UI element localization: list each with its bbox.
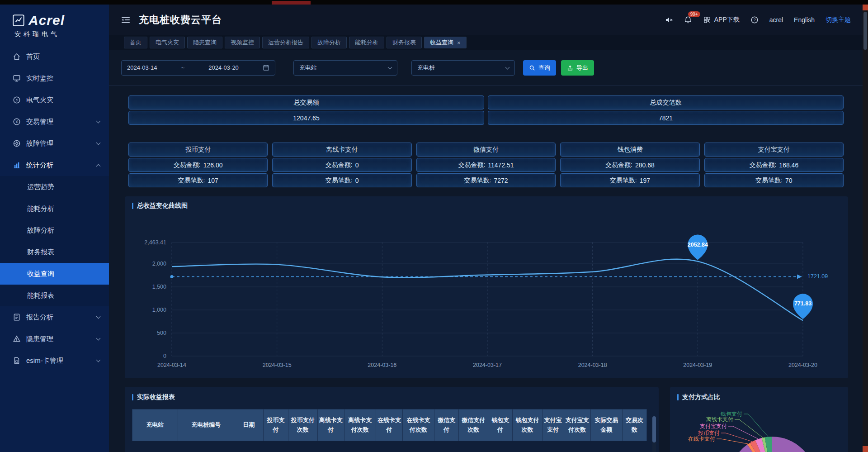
sidebar-subitem-故障分析[interactable]: 故障分析 bbox=[0, 219, 109, 241]
amount-value: 280.68 bbox=[635, 162, 655, 169]
menu-item-label: 财务报表 bbox=[27, 248, 100, 257]
tab-label: 隐患查询 bbox=[193, 38, 217, 47]
tab-隐患查询[interactable]: 隐患查询 bbox=[187, 37, 222, 48]
pie-leader-line bbox=[735, 419, 763, 438]
payment-amount: 交易金额:11472.51 bbox=[416, 158, 556, 172]
sidebar-item-电气火灾[interactable]: 电气火灾 bbox=[0, 89, 109, 111]
date-end[interactable]: 2024-03-20 bbox=[208, 64, 239, 71]
tab-运营分析报告[interactable]: 运营分析报告 bbox=[262, 37, 309, 48]
sim-card-icon bbox=[13, 357, 21, 365]
svg-text:2,463.41: 2,463.41 bbox=[144, 239, 166, 246]
sidebar-item-统计分析[interactable]: 统计分析 bbox=[0, 154, 109, 176]
export-icon bbox=[567, 65, 573, 71]
title-accent-bar bbox=[677, 394, 679, 400]
brand-subtitle: 安科瑞电气 bbox=[0, 28, 109, 46]
column-header-交易次数: 交易次数 bbox=[622, 409, 646, 441]
payment-card-离线卡支付: 离线卡支付交易金额:0交易笔数:0 bbox=[272, 143, 411, 187]
column-header-支付宝支付: 支付宝支付 bbox=[542, 409, 564, 441]
payment-amount: 交易金额:280.68 bbox=[560, 158, 699, 172]
tab-label: 财务报表 bbox=[392, 38, 416, 47]
date-range-picker[interactable]: 2024-03-14 ~ 2024-03-20 bbox=[121, 60, 275, 76]
menu-item-label: 故障分析 bbox=[27, 226, 100, 235]
menu-item-label: 运营趋势 bbox=[27, 183, 100, 191]
sidebar-subitem-能耗报表[interactable]: 能耗报表 bbox=[0, 285, 109, 306]
column-header-在线卡支付次数: 在线卡支付次数 bbox=[402, 409, 434, 441]
date-start[interactable]: 2024-03-14 bbox=[127, 64, 157, 71]
tab-视频监控[interactable]: 视频监控 bbox=[225, 37, 260, 48]
search-button[interactable]: 查询 bbox=[523, 60, 556, 76]
column-header-投币支付次数: 投币支付次数 bbox=[288, 409, 317, 441]
column-header-离线卡支付次数: 离线卡支付次数 bbox=[344, 409, 376, 441]
collapse-menu-icon[interactable] bbox=[121, 16, 131, 24]
report-icon bbox=[13, 313, 21, 321]
svg-text:2,000: 2,000 bbox=[152, 261, 166, 267]
sidebar-subitem-收益查询[interactable]: 收益查询 bbox=[0, 263, 109, 285]
tab-label: 收益查询 bbox=[430, 38, 453, 47]
help-icon[interactable]: ? bbox=[750, 16, 759, 24]
monitor-icon bbox=[13, 74, 21, 82]
sidebar-subitem-运营趋势[interactable]: 运营趋势 bbox=[0, 176, 109, 198]
sidebar-item-故障管理[interactable]: 故障管理 bbox=[0, 133, 109, 154]
tab-电气火灾[interactable]: 电气火灾 bbox=[150, 37, 185, 48]
pile-select[interactable]: 充电桩 bbox=[411, 60, 515, 76]
payment-count: 交易笔数:70 bbox=[704, 173, 844, 187]
pie-label-投币支付: 投币支付 bbox=[698, 430, 720, 436]
tab-首页[interactable]: 首页 bbox=[124, 37, 147, 48]
page-title: 充电桩收费云平台 bbox=[139, 13, 222, 27]
export-button-label: 导出 bbox=[576, 64, 588, 72]
date-separator: ~ bbox=[181, 64, 185, 71]
sidebar-item-报告分析[interactable]: 报告分析 bbox=[0, 306, 109, 328]
revenue-table-panel: 实际收益报表 充电站充电桩编号日期投币支付投币支付次数离线卡支付离线卡支付次数在… bbox=[125, 387, 659, 452]
pie-leader-line bbox=[728, 426, 758, 439]
count-value: 107 bbox=[208, 177, 218, 184]
table-scrollbar-thumb[interactable] bbox=[652, 416, 656, 442]
svg-text:1721.09: 1721.09 bbox=[807, 273, 828, 280]
username[interactable]: acrel bbox=[769, 16, 783, 24]
fire-icon bbox=[13, 96, 21, 104]
table-panel-title: 实际收益报表 bbox=[132, 393, 651, 401]
table-scrollbar[interactable] bbox=[652, 416, 656, 452]
scrollbar-marker-top bbox=[863, 5, 868, 10]
sidebar-menu: 首页实时监控电气火灾¥交易管理故障管理统计分析运营趋势能耗分析故障分析财务报表收… bbox=[0, 46, 109, 371]
tab-财务报表[interactable]: 财务报表 bbox=[387, 37, 422, 48]
content: 2024-03-14 ~ 2024-03-20 充电站 充电桩 查询 bbox=[109, 50, 863, 452]
column-header-支付宝支付次数: 支付宝支付次数 bbox=[564, 409, 590, 441]
notifications-button[interactable]: 99+ bbox=[684, 16, 692, 24]
column-header-微信支付: 微信支付 bbox=[434, 409, 459, 441]
theme-switch-link[interactable]: 切换主题 bbox=[826, 16, 851, 24]
amount-value: 126.00 bbox=[203, 162, 223, 169]
page-scrollbar-thumb[interactable] bbox=[863, 12, 867, 50]
column-header-微信支付次数: 微信支付次数 bbox=[459, 409, 488, 441]
station-select[interactable]: 充电站 bbox=[293, 60, 397, 76]
sidebar-subitem-财务报表[interactable]: 财务报表 bbox=[0, 241, 109, 263]
language-toggle[interactable]: English bbox=[794, 16, 815, 24]
page-scrollbar[interactable] bbox=[863, 5, 868, 452]
tab-故障分析[interactable]: 故障分析 bbox=[311, 37, 347, 48]
sidebar-item-隐患管理[interactable]: 隐患管理 bbox=[0, 328, 109, 350]
tab-label: 首页 bbox=[130, 38, 142, 47]
close-icon[interactable]: × bbox=[457, 40, 461, 46]
svg-text:2024-03-18: 2024-03-18 bbox=[578, 362, 607, 368]
main-area: 充电桩收费云平台 99+ APP下载 ? acrel English 切换主题 bbox=[109, 5, 863, 452]
app-download-button[interactable]: APP下载 bbox=[703, 16, 740, 24]
svg-text:771.83: 771.83 bbox=[794, 300, 811, 307]
tab-收益查询[interactable]: 收益查询× bbox=[424, 37, 467, 48]
payment-title-text: 钱包消费 bbox=[617, 146, 642, 154]
count-value: 7272 bbox=[494, 177, 508, 184]
amount-value: 168.46 bbox=[779, 162, 798, 169]
sidebar-item-实时监控[interactable]: 实时监控 bbox=[0, 67, 109, 89]
payment-title-text: 支付宝支付 bbox=[758, 146, 790, 154]
sidebar-item-esim-卡管理[interactable]: esim-卡管理 bbox=[0, 350, 109, 371]
payment-card-投币支付: 投币支付交易金额:126.00交易笔数:107 bbox=[128, 143, 268, 187]
tab-能耗分析[interactable]: 能耗分析 bbox=[349, 37, 384, 48]
sidebar-item-交易管理[interactable]: ¥交易管理 bbox=[0, 111, 109, 133]
fault-icon bbox=[13, 139, 21, 147]
pie-leader-line bbox=[721, 433, 752, 442]
volume-muted-icon[interactable] bbox=[665, 16, 673, 24]
topbar-right: 99+ APP下载 ? acrel English 切换主题 bbox=[665, 16, 851, 24]
export-button[interactable]: 导出 bbox=[561, 60, 594, 76]
sidebar-item-首页[interactable]: 首页 bbox=[0, 46, 109, 67]
home-icon bbox=[13, 52, 21, 61]
total-amount-card: 总交易额 12047.65 bbox=[128, 95, 484, 125]
sidebar-subitem-能耗分析[interactable]: 能耗分析 bbox=[0, 198, 109, 219]
